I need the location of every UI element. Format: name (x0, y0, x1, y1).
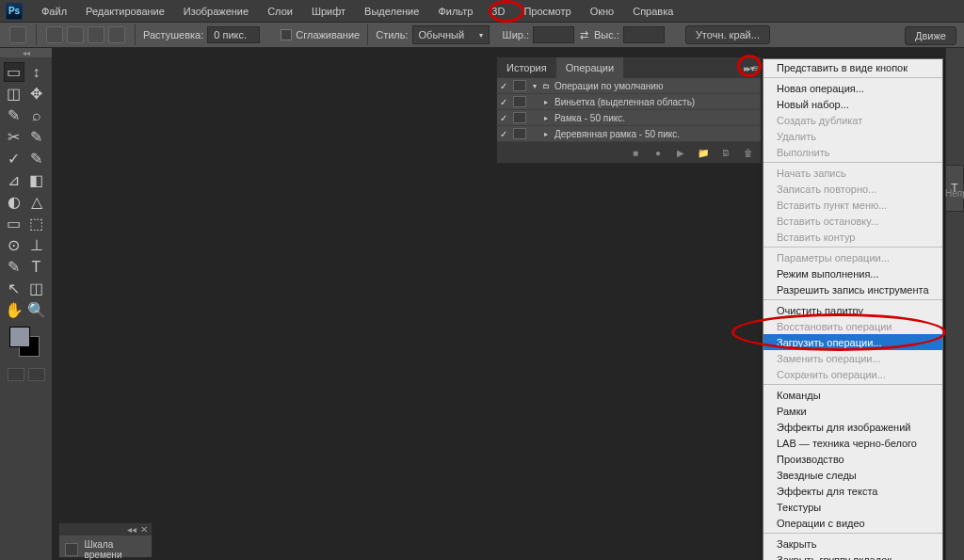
tool-20[interactable]: ↖ (4, 279, 24, 298)
antialias-checkbox[interactable] (281, 29, 292, 40)
tool-11[interactable]: ◧ (26, 170, 47, 190)
sel-sub-icon[interactable] (88, 26, 104, 43)
screenmode-icon[interactable] (28, 368, 45, 381)
tool-22[interactable]: ✋ (4, 300, 24, 320)
sel-new-icon[interactable] (46, 26, 63, 43)
movement-button[interactable]: Движе (905, 26, 956, 45)
panel-footer: ■●▶📁🗎🗑 (497, 142, 761, 163)
panel-footer-icon[interactable]: ▶ (674, 147, 687, 158)
panel-footer-icon[interactable]: ■ (629, 147, 642, 158)
flyout-item[interactable]: Загрузить операции... (763, 334, 942, 350)
action-toggle-icon[interactable]: ✓ (497, 129, 510, 139)
tab-history[interactable]: История (497, 57, 556, 78)
menu-редактирование[interactable]: Редактирование (76, 2, 174, 21)
feather-input[interactable]: 0 пикс. (207, 26, 260, 43)
flyout-item[interactable]: Эффекты для текста (763, 483, 942, 499)
tool-3[interactable]: ✥ (26, 84, 47, 104)
menu-bar: Ps ФайлРедактированиеИзображениеСлоиШриф… (0, 0, 964, 22)
flyout-item: Сохранить операции... (763, 366, 942, 382)
flyout-item[interactable]: Текстуры (763, 499, 942, 515)
flyout-item[interactable]: Операции с видео (763, 515, 942, 531)
menu-справка[interactable]: Справка (623, 2, 683, 21)
width-input[interactable] (533, 26, 574, 43)
tool-9[interactable]: ✎ (26, 149, 47, 168)
refine-edge-button[interactable]: Уточн. край... (685, 25, 770, 44)
tool-preset-icon[interactable] (9, 26, 26, 43)
action-toggle-icon[interactable]: ✓ (497, 113, 510, 123)
style-select[interactable]: Обычный▾ (412, 25, 490, 44)
menu-просмотр[interactable]: Просмотр (514, 2, 580, 21)
panel-footer-icon[interactable]: ● (651, 147, 665, 158)
flyout-item[interactable]: Закрыть (763, 536, 942, 552)
tool-7[interactable]: ✎ (26, 127, 47, 147)
menu-файл[interactable]: Файл (32, 2, 76, 21)
chevron-right-icon[interactable]: ▸ (540, 98, 552, 106)
action-dialog-icon[interactable] (513, 112, 526, 123)
tool-18[interactable]: ✎ (4, 257, 24, 277)
tool-4[interactable]: ✎ (4, 105, 24, 125)
action-dialog-icon[interactable] (513, 80, 526, 91)
tool-17[interactable]: ⊥ (26, 235, 47, 255)
flyout-item[interactable]: Закрыть группу вкладок (763, 552, 942, 560)
tool-5[interactable]: ⌕ (26, 105, 47, 125)
action-row[interactable]: ✓▸Деревянная рамка - 50 пикс. (497, 126, 761, 142)
action-toggle-icon[interactable]: ✓ (497, 97, 510, 107)
tool-dock-grip[interactable]: ◂◂ (0, 48, 52, 57)
panel-footer-icon[interactable]: 🗎 (719, 147, 732, 158)
timeline-title[interactable]: Шкала времени (84, 539, 146, 560)
folder-icon[interactable]: ▾ (529, 82, 540, 90)
flyout-item[interactable]: Очистить палитру (763, 302, 942, 318)
flyout-item[interactable]: Разрешить запись инструмента (763, 281, 942, 297)
menu-выделение[interactable]: Выделение (355, 2, 428, 21)
action-toggle-icon[interactable]: ✓ (497, 81, 510, 91)
sel-add-icon[interactable] (67, 26, 84, 43)
flyout-item[interactable]: Звездные следы (763, 467, 942, 483)
tool-23[interactable]: 🔍 (26, 300, 47, 320)
tool-15[interactable]: ⬚ (26, 214, 47, 233)
action-dialog-icon[interactable] (513, 96, 526, 107)
chevron-right-icon[interactable]: ▸ (540, 114, 552, 122)
menu-изображение[interactable]: Изображение (174, 2, 258, 21)
menu-слои[interactable]: Слои (258, 2, 302, 21)
tool-13[interactable]: △ (26, 192, 47, 212)
flyout-item[interactable]: Представить в виде кнопок (763, 59, 942, 75)
menu-фильтр[interactable]: Фильтр (428, 2, 482, 21)
tool-12[interactable]: ◐ (4, 192, 24, 212)
menu-окно[interactable]: Окно (581, 2, 624, 21)
height-input[interactable] (623, 26, 665, 43)
tool-0[interactable]: ▭ (4, 62, 24, 82)
flyout-item[interactable]: Эффекты для изображений (763, 419, 942, 435)
tool-1[interactable]: ↕ (26, 62, 47, 82)
flyout-item[interactable]: Новая операция... (763, 80, 942, 96)
tool-14[interactable]: ▭ (4, 214, 24, 233)
tool-16[interactable]: ⊙ (4, 235, 24, 255)
tool-8[interactable]: ✓ (4, 149, 24, 168)
panel-footer-icon[interactable]: 🗑 (742, 147, 755, 158)
tab-actions[interactable]: Операции (556, 57, 623, 78)
tool-2[interactable]: ◫ (4, 84, 24, 104)
panel-footer-icon[interactable]: 📁 (697, 147, 710, 158)
foreground-swatch[interactable] (9, 327, 30, 347)
menu-шрифт[interactable]: Шрифт (302, 2, 355, 21)
sel-intersect-icon[interactable] (108, 26, 125, 43)
chevron-right-icon[interactable]: ▸ (540, 130, 552, 138)
tool-6[interactable]: ✂ (4, 127, 24, 147)
action-row[interactable]: ✓▾🗀Операции по умолчанию (497, 78, 761, 94)
action-row[interactable]: ✓▸Виньетка (выделенная область) (497, 94, 761, 110)
tool-10[interactable]: ⊿ (4, 170, 24, 190)
quickmask-icon[interactable] (8, 368, 24, 381)
flyout-item[interactable]: Рамки (763, 403, 942, 419)
action-dialog-icon[interactable] (513, 128, 526, 139)
flyout-item[interactable]: Производство (763, 451, 942, 467)
menu-3d[interactable]: 3D (482, 2, 514, 21)
color-swatches[interactable] (9, 327, 43, 359)
timeline-grip[interactable]: ◂◂✕ (59, 523, 152, 536)
tool-19[interactable]: T (26, 257, 47, 277)
panel-collapse-icon[interactable]: ▸▸ ▾≡ (744, 63, 757, 73)
action-row[interactable]: ✓▸Рамка - 50 пикс. (497, 110, 761, 126)
tool-21[interactable]: ◫ (26, 279, 47, 298)
flyout-item[interactable]: Команды (763, 387, 942, 403)
flyout-item[interactable]: Режим выполнения... (763, 265, 942, 281)
flyout-item[interactable]: LAB — техника черно-белого (763, 435, 942, 451)
flyout-item[interactable]: Новый набор... (763, 96, 942, 112)
